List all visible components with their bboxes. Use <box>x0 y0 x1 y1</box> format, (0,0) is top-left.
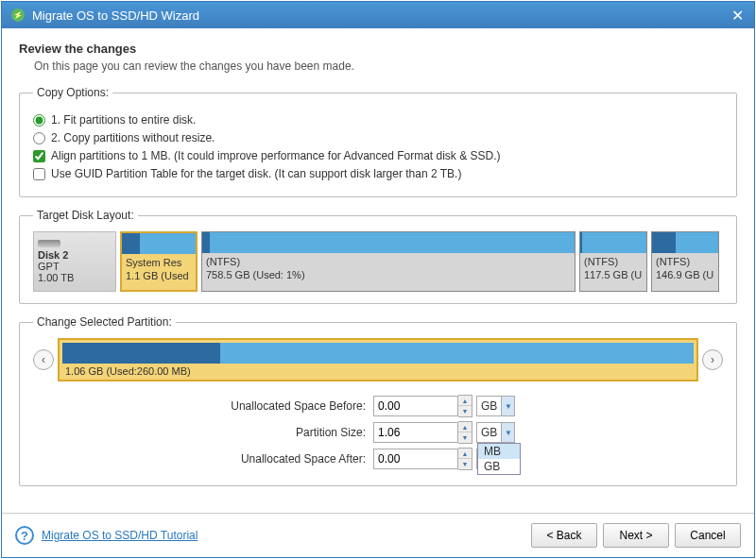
tutorial-link[interactable]: Migrate OS to SSD/HD Tutorial <box>42 529 198 542</box>
change-selected-fieldset: Change Selected Partition: ‹ 1.06 GB (Us… <box>19 315 737 486</box>
radio-fit-label: 1. Fit partitions to entire disk. <box>51 113 196 127</box>
size-spinner[interactable]: ▲▼ <box>458 448 472 470</box>
disk-icon <box>38 240 60 247</box>
size-label: Unallocated Space Before: <box>222 399 366 413</box>
spinner-down-icon[interactable]: ▼ <box>458 406 472 416</box>
window-title: Migrate OS to SSD/HD Wizard <box>32 8 728 23</box>
size-row-0: Unallocated Space Before:▲▼GB▼ <box>33 395 723 417</box>
radio-fit-input[interactable] <box>33 114 45 127</box>
radio-noresize-input[interactable] <box>33 132 45 144</box>
unit-dropdown[interactable]: MBGB <box>477 443 521 475</box>
footer-bar: ? Migrate OS to SSD/HD Tutorial < Back N… <box>2 513 754 557</box>
change-selected-legend: Change Selected Partition: <box>33 315 176 329</box>
app-icon <box>9 7 26 24</box>
partition-1[interactable]: (NTFS)758.5 GB (Used: 1%) <box>201 231 576 292</box>
unit-value: GB <box>477 399 501 413</box>
copy-options-fieldset: Copy Options: 1. Fit partitions to entir… <box>19 86 737 197</box>
size-row-2: Unallocated Space After:▲▼GB▼ <box>33 448 723 470</box>
radio-no-resize[interactable]: 2. Copy partitions without resize. <box>33 131 723 144</box>
disk-layout: Disk 2 GPT 1.00 TB System Res1.1 GB (Use… <box>33 231 723 292</box>
selected-partition-row: ‹ 1.06 GB (Used:260.00 MB) › <box>33 338 723 381</box>
chevron-down-icon[interactable]: ▼ <box>501 397 514 415</box>
partition-0[interactable]: System Res1.1 GB (Used <box>120 231 198 292</box>
size-spinner[interactable]: ▲▼ <box>458 395 472 417</box>
size-label: Unallocated Space After: <box>222 452 366 466</box>
next-button[interactable]: Next > <box>603 523 669 548</box>
page-heading: Review the changes <box>19 42 737 56</box>
disk-name: Disk 2 <box>38 249 112 261</box>
checkbox-align[interactable]: Align partitions to 1 MB. (It could impr… <box>33 149 723 162</box>
cancel-button[interactable]: Cancel <box>675 523 741 548</box>
radio-fit-partitions[interactable]: 1. Fit partitions to entire disk. <box>33 113 723 127</box>
wizard-body: Review the changes On this page you can … <box>2 28 754 513</box>
partition-label: (NTFS)117.5 GB (U <box>580 253 646 291</box>
title-bar: Migrate OS to SSD/HD Wizard ✕ <box>2 2 754 28</box>
size-row-1: Partition Size:▲▼GB▼MBGB <box>33 421 723 444</box>
chevron-down-icon[interactable]: ▼ <box>501 423 514 442</box>
size-input[interactable] <box>373 422 458 443</box>
unit-select[interactable]: GB▼ <box>476 396 515 416</box>
spinner-down-icon[interactable]: ▼ <box>458 432 472 443</box>
disk-size: 1.00 TB <box>38 272 112 283</box>
page-subheading: On this page you can review the changes … <box>34 59 737 73</box>
radio-noresize-label: 2. Copy partitions without resize. <box>51 131 215 144</box>
size-input[interactable] <box>373 396 458 416</box>
copy-options-legend: Copy Options: <box>33 86 112 99</box>
checkbox-guid-input[interactable] <box>33 168 45 180</box>
unit-value: GB <box>477 426 501 439</box>
spinner-down-icon[interactable]: ▼ <box>458 459 472 469</box>
selected-partition-info: 1.06 GB (Used:260.00 MB) <box>60 364 696 379</box>
back-button[interactable]: < Back <box>531 523 597 548</box>
spinner-up-icon[interactable]: ▲ <box>458 449 472 459</box>
help-icon[interactable]: ? <box>15 526 34 545</box>
partition-label: System Res1.1 GB (Used <box>122 254 196 290</box>
checkbox-guid[interactable]: Use GUID Partition Table for the target … <box>33 167 723 180</box>
selected-partition-bar[interactable]: 1.06 GB (Used:260.00 MB) <box>58 338 698 381</box>
disk-type: GPT <box>38 261 112 272</box>
checkbox-align-input[interactable] <box>33 150 45 162</box>
partition-3[interactable]: (NTFS)146.9 GB (U <box>651 231 719 292</box>
size-label: Partition Size: <box>222 426 366 439</box>
unit-option-gb[interactable]: GB <box>478 459 520 474</box>
disk-info: Disk 2 GPT 1.00 TB <box>33 231 116 292</box>
next-partition-button[interactable]: › <box>702 349 723 370</box>
unit-option-mb[interactable]: MB <box>478 444 520 459</box>
spinner-up-icon[interactable]: ▲ <box>458 396 472 406</box>
target-layout-legend: Target Disk Layout: <box>33 209 138 222</box>
size-input[interactable] <box>373 449 458 469</box>
wizard-window: Migrate OS to SSD/HD Wizard ✕ Review the… <box>1 1 755 558</box>
partition-2[interactable]: (NTFS)117.5 GB (U <box>579 231 647 292</box>
prev-partition-button[interactable]: ‹ <box>33 349 54 370</box>
close-icon[interactable]: ✕ <box>728 6 747 25</box>
unit-select[interactable]: GB▼MBGB <box>476 422 515 443</box>
checkbox-guid-label: Use GUID Partition Table for the target … <box>51 167 461 180</box>
spinner-up-icon[interactable]: ▲ <box>458 422 472 432</box>
checkbox-align-label: Align partitions to 1 MB. (It could impr… <box>51 149 501 162</box>
target-disk-layout-fieldset: Target Disk Layout: Disk 2 GPT 1.00 TB S… <box>19 209 737 304</box>
partition-label: (NTFS)146.9 GB (U <box>652 253 718 291</box>
size-spinner[interactable]: ▲▼ <box>458 421 472 444</box>
partition-label: (NTFS)758.5 GB (Used: 1%) <box>202 253 575 291</box>
